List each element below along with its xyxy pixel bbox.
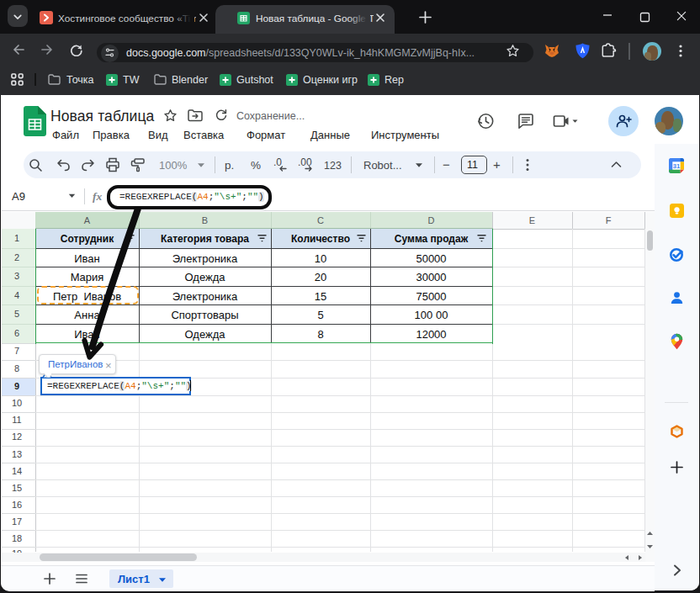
svg-text:31: 31 [673, 162, 681, 170]
